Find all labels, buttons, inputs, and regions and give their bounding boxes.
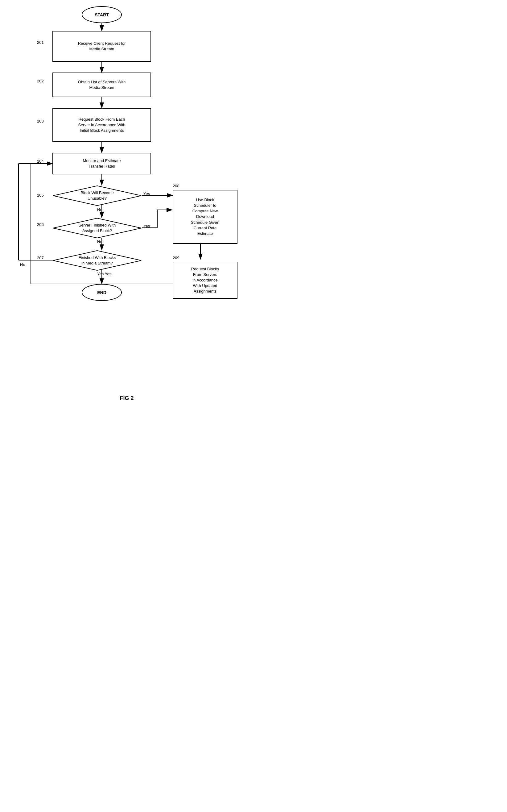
label-202: 202 bbox=[37, 79, 44, 83]
label-207: 207 bbox=[37, 256, 44, 260]
start-node: START bbox=[82, 6, 122, 23]
node-209: Request Blocks From Servers in Accordanc… bbox=[173, 262, 237, 299]
label-205: 205 bbox=[37, 193, 44, 198]
yes-label-207: Yes bbox=[97, 271, 104, 276]
yes-label-205: Yes bbox=[144, 191, 150, 196]
no-label-206: No bbox=[97, 239, 102, 244]
node-206-text: Server Finished With Assigned Block? bbox=[79, 222, 116, 234]
node-209-text: Request Blocks From Servers in Accordanc… bbox=[191, 266, 219, 294]
node-208: Use Block Scheduler to Compute New Downl… bbox=[173, 190, 237, 244]
node-207: Finished With Blocks in Media Stream? bbox=[52, 250, 142, 271]
label-208: 208 bbox=[173, 184, 179, 188]
node-203-text: Request Block From Each Server in Accord… bbox=[78, 117, 125, 134]
node-204: Monitor and Estimate Transfer Rates bbox=[52, 153, 151, 174]
node-202-text: Obtain List of Servers With Media Stream bbox=[78, 79, 126, 91]
label-204: 204 bbox=[37, 159, 44, 163]
node-205-text: Block Will Become Unusable? bbox=[80, 190, 114, 201]
node-203: Request Block From Each Server in Accord… bbox=[52, 108, 151, 142]
flowchart-diagram: START 201 Receive Client Request for Med… bbox=[0, 0, 253, 389]
label-209: 209 bbox=[173, 256, 179, 260]
start-label: START bbox=[95, 12, 109, 17]
end-node: END bbox=[82, 284, 122, 301]
yes-label-207: Yes bbox=[105, 271, 111, 276]
node-205: Block Will Become Unusable? bbox=[52, 185, 142, 206]
no-label-205: No bbox=[97, 207, 102, 212]
node-206: Server Finished With Assigned Block? bbox=[52, 217, 142, 239]
no-label-207: No bbox=[20, 262, 25, 267]
node-207-text: Finished With Blocks in Media Stream? bbox=[79, 255, 116, 266]
node-201-text: Receive Client Request for Media Stream bbox=[78, 41, 126, 52]
label-201: 201 bbox=[37, 40, 44, 45]
label-203: 203 bbox=[37, 119, 44, 123]
figure-label: FIG 2 bbox=[0, 395, 253, 402]
label-206: 206 bbox=[37, 222, 44, 227]
end-label: END bbox=[97, 290, 106, 295]
yes-label-206: Yes bbox=[144, 224, 150, 229]
node-202: Obtain List of Servers With Media Stream bbox=[52, 72, 151, 97]
node-204-text: Monitor and Estimate Transfer Rates bbox=[83, 158, 121, 169]
node-208-text: Use Block Scheduler to Compute New Downl… bbox=[191, 197, 219, 237]
node-201: Receive Client Request for Media Stream bbox=[52, 31, 151, 62]
